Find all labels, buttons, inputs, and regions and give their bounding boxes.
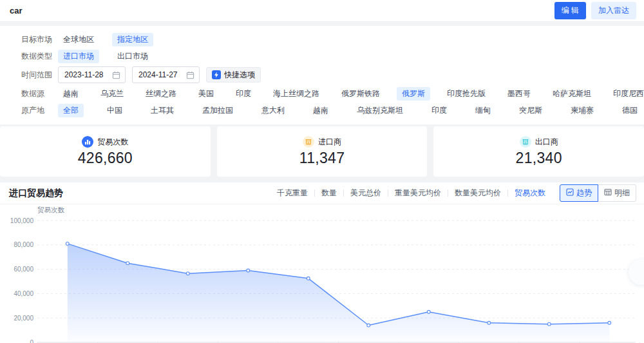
view-button-label: 明细 — [614, 188, 630, 199]
data-point — [186, 272, 189, 275]
filter-option[interactable]: 全部 — [58, 104, 84, 117]
calendar-icon — [186, 71, 194, 79]
end-date-value[interactable] — [137, 70, 186, 80]
filter-option[interactable]: 中国 — [102, 104, 128, 117]
filter-option[interactable]: 指定地区 — [112, 33, 153, 46]
data-type-label: 数据类型 — [21, 51, 58, 62]
filter-row-origin: 原产地 全部中国土耳其孟加拉国意大利越南乌兹别克斯坦印度缅甸突尼斯柬埔寨德国保加… — [21, 102, 635, 119]
exporter-icon — [520, 136, 531, 148]
view-button-trend[interactable]: 趋势 — [560, 184, 598, 202]
filter-option[interactable]: 俄罗斯铁路 — [336, 87, 385, 101]
filter-option[interactable]: 海上丝绸之路 — [268, 87, 325, 101]
filter-option[interactable]: 意大利 — [256, 104, 290, 117]
stat-label: 进口商 — [318, 137, 341, 148]
metric-tabs: 千克重量数量美元总价重量美元均价数量美元均价贸易次数 — [270, 188, 552, 199]
filter-panel: 目标市场 全球地区指定地区 数据类型 进口市场出口市场 时间范围 — [0, 26, 644, 124]
filter-option[interactable]: 缅甸 — [470, 104, 496, 117]
data-point — [488, 321, 491, 324]
add-to-radar-button[interactable]: 加入雷达 — [591, 2, 636, 19]
quick-options-button[interactable]: 快捷选项 — [206, 67, 261, 83]
start-date-input[interactable] — [58, 66, 126, 83]
edit-button[interactable]: 编 辑 — [554, 2, 586, 19]
y-axis-tick-label: 100,000 — [10, 217, 34, 224]
filter-option[interactable]: 丝绸之路 — [140, 87, 182, 101]
stat-cards: 贸易次数426,660进口商11,347出口商21,340 — [0, 126, 644, 177]
target-market-label: 目标市场 — [21, 34, 58, 45]
filter-option[interactable]: 越南 — [58, 87, 84, 101]
quick-options-label: 快捷选项 — [224, 70, 255, 81]
stat-card-top: 进口商 — [303, 136, 341, 148]
target-market-options: 全球地区指定地区 — [58, 33, 153, 46]
metric-tab[interactable]: 重量美元均价 — [388, 188, 448, 199]
filter-option[interactable]: 乌克兰 — [95, 87, 129, 101]
y-axis-tick-label: 80,000 — [14, 241, 33, 248]
table-icon — [604, 188, 612, 198]
filter-option[interactable]: 印度 — [426, 104, 452, 117]
filter-option[interactable]: 出口市场 — [112, 50, 153, 63]
metric-tab[interactable]: 千克重量 — [270, 188, 314, 199]
y-axis-tick-label: 0 — [30, 339, 33, 343]
filter-option[interactable]: 印度抢先版 — [442, 87, 491, 101]
filter-option[interactable]: 越南 — [308, 104, 334, 117]
filter-option[interactable]: 突尼斯 — [514, 104, 547, 117]
stat-card-top: 贸易次数 — [82, 136, 128, 148]
filter-option[interactable]: 进口市场 — [58, 50, 99, 63]
stat-label: 出口商 — [535, 137, 558, 148]
filter-option[interactable]: 墨西哥 — [502, 87, 536, 101]
stat-card-1: 贸易次数426,660 — [0, 126, 211, 177]
data-point — [247, 269, 250, 272]
trend-icon — [566, 188, 574, 198]
view-toggle: 趋势明细 — [560, 184, 636, 202]
calendar-icon — [112, 71, 120, 79]
chart-panel: 进口贸易趋势 千克重量数量美元总价重量美元均价数量美元均价贸易次数 趋势明细 0… — [0, 182, 644, 343]
data-point — [547, 322, 551, 326]
data-point — [66, 242, 69, 246]
chart-header: 进口贸易趋势 千克重量数量美元总价重量美元均价数量美元均价贸易次数 趋势明细 — [0, 182, 644, 204]
start-date-value[interactable] — [63, 70, 112, 80]
y-axis-tick-label: 60,000 — [14, 266, 33, 273]
origin-label: 原产地 — [21, 105, 58, 116]
stat-value: 21,340 — [516, 150, 562, 167]
filter-row-date-range: 时间范围 快捷选项 — [21, 64, 635, 85]
filter-option[interactable]: 哈萨克斯坦 — [547, 87, 596, 101]
filter-option[interactable]: 柬埔寨 — [565, 104, 599, 117]
y-axis-tick-label: 40,000 — [14, 290, 33, 297]
stat-card-3: 出口商21,340 — [433, 126, 644, 177]
filter-row-data-type: 数据类型 进口市场出口市场 — [21, 48, 635, 64]
area-fill — [68, 244, 610, 342]
view-button-label: 趋势 — [576, 188, 592, 199]
filter-option[interactable]: 乌兹别克斯坦 — [352, 104, 408, 117]
stat-card-top: 出口商 — [520, 136, 558, 148]
date-range-label: 时间范围 — [21, 70, 58, 81]
filter-option[interactable]: 孟加拉国 — [197, 104, 238, 117]
filter-option[interactable]: 美国 — [193, 87, 219, 101]
data-point — [126, 262, 129, 265]
lightning-icon — [212, 70, 221, 79]
filter-option[interactable]: 德国 — [617, 104, 643, 117]
top-bar: car 编 辑 加入雷达 — [0, 0, 644, 22]
metric-tab[interactable]: 美元总价 — [344, 188, 388, 199]
page-title: car — [10, 6, 23, 15]
filter-option[interactable]: 全球地区 — [58, 33, 99, 46]
data-point — [367, 324, 370, 327]
metric-tab[interactable]: 数量 — [315, 188, 343, 199]
data-point — [427, 310, 430, 313]
trend-chart[interactable]: 020,00040,00060,00080,000100,0002023-122… — [0, 204, 644, 343]
filter-option[interactable]: 印度 — [231, 87, 256, 101]
origin-options: 全部中国土耳其孟加拉国意大利越南乌兹别克斯坦印度缅甸突尼斯柬埔寨德国保加利亚葡萄… — [58, 104, 644, 117]
filter-option[interactable]: 土耳其 — [146, 104, 179, 117]
view-button-detail[interactable]: 明细 — [598, 184, 636, 202]
filter-option[interactable]: 俄罗斯 — [397, 87, 430, 101]
trade-count-icon — [82, 136, 93, 148]
filter-row-data-source: 数据源 越南乌克兰丝绸之路美国印度海上丝绸之路俄罗斯铁路俄罗斯印度抢先版墨西哥哈… — [21, 85, 635, 102]
metric-tab[interactable]: 贸易次数 — [508, 188, 552, 199]
y-axis-title: 贸易次数 — [37, 206, 65, 213]
data-source-label: 数据源 — [21, 88, 58, 99]
importer-icon — [303, 136, 314, 148]
stat-value: 426,660 — [78, 150, 133, 167]
end-date-input[interactable] — [132, 66, 200, 83]
data-point — [307, 277, 310, 280]
metric-tab[interactable]: 数量美元均价 — [448, 188, 507, 199]
stat-label: 贸易次数 — [97, 137, 128, 148]
filter-option[interactable]: 印度尼西亚定制版 — [608, 87, 644, 101]
